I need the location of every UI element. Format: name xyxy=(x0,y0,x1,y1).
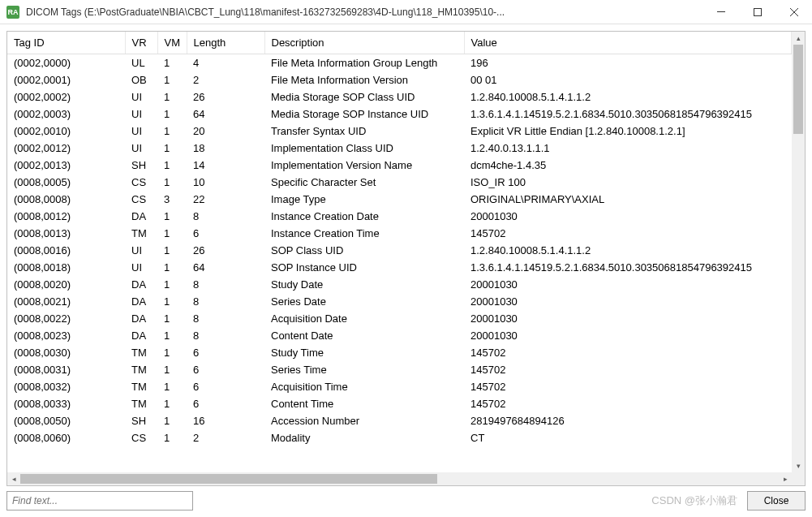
cell-description: Modality xyxy=(264,429,464,446)
cell-value: 20001030 xyxy=(464,293,792,310)
scroll-right-button[interactable]: ▸ xyxy=(779,472,792,485)
cell-description: Study Date xyxy=(264,276,464,293)
table-row[interactable]: (0008,0018)UI164SOP Instance UID1.3.6.1.… xyxy=(7,259,792,276)
cell-vr: CS xyxy=(125,174,157,191)
table-row[interactable]: (0002,0003)UI164Media Storage SOP Instan… xyxy=(7,106,792,123)
close-window-button[interactable] xyxy=(775,0,812,24)
table-row[interactable]: (0008,0032)TM16Acquisition Time145702 xyxy=(7,378,792,395)
table-row[interactable]: (0002,0010)UI120Transfer Syntax UIDExpli… xyxy=(7,123,792,140)
vscroll-thumb[interactable] xyxy=(793,45,803,134)
cell-value: 196 xyxy=(464,54,792,72)
cell-length: 8 xyxy=(187,276,264,293)
cell-vr: UI xyxy=(125,123,157,140)
table-row[interactable]: (0008,0020)DA18Study Date20001030 xyxy=(7,276,792,293)
cell-length: 6 xyxy=(187,361,264,378)
scroll-left-button[interactable]: ◂ xyxy=(7,472,20,485)
table-row[interactable]: (0008,0031)TM16Series Time145702 xyxy=(7,361,792,378)
column-header-length[interactable]: Length xyxy=(187,32,264,54)
table-row[interactable]: (0008,0033)TM16Content Time145702 xyxy=(7,395,792,412)
watermark-text: CSDN @张小瀚君 xyxy=(651,493,737,508)
cell-tagid: (0008,0016) xyxy=(7,242,125,259)
cell-vm: 1 xyxy=(157,412,187,429)
column-header-vm[interactable]: VM xyxy=(157,32,187,54)
cell-description: Content Time xyxy=(264,395,464,412)
cell-tagid: (0008,0008) xyxy=(7,191,125,208)
cell-description: File Meta Information Version xyxy=(264,71,464,88)
horizontal-scrollbar[interactable]: ◂ ▸ xyxy=(7,472,792,485)
table-row[interactable]: (0008,0008)CS322Image TypeORIGINAL\PRIMA… xyxy=(7,191,792,208)
cell-tagid: (0008,0018) xyxy=(7,259,125,276)
cell-description: Media Storage SOP Instance UID xyxy=(264,106,464,123)
cell-tagid: (0008,0033) xyxy=(7,395,125,412)
cell-tagid: (0008,0032) xyxy=(7,378,125,395)
hscroll-track[interactable] xyxy=(20,472,779,485)
scroll-corner xyxy=(792,472,805,485)
table-row[interactable]: (0002,0001)OB12File Meta Information Ver… xyxy=(7,71,792,88)
cell-vm: 1 xyxy=(157,293,187,310)
table-row[interactable]: (0008,0023)DA18Content Date20001030 xyxy=(7,327,792,344)
table-row[interactable]: (0002,0002)UI126Media Storage SOP Class … xyxy=(7,88,792,106)
cell-vm: 1 xyxy=(157,54,187,72)
cell-tagid: (0008,0050) xyxy=(7,412,125,429)
scroll-down-button[interactable]: ▾ xyxy=(792,459,805,472)
table-scroll-area[interactable]: Tag ID VR VM Length Description Value (0… xyxy=(7,32,792,472)
column-header-description[interactable]: Description xyxy=(264,32,464,54)
table-row[interactable]: (0002,0013)SH114Implementation Version N… xyxy=(7,157,792,174)
maximize-button[interactable] xyxy=(739,0,775,24)
cell-description: SOP Instance UID xyxy=(264,259,464,276)
hscroll-thumb[interactable] xyxy=(20,474,437,484)
column-header-vr[interactable]: VR xyxy=(125,32,157,54)
cell-description: Implementation Version Name xyxy=(264,157,464,174)
table-row[interactable]: (0008,0021)DA18Series Date20001030 xyxy=(7,293,792,310)
table-row[interactable]: (0008,0013)TM16Instance Creation Time145… xyxy=(7,225,792,242)
vscroll-track[interactable] xyxy=(792,45,805,459)
find-input[interactable] xyxy=(6,491,193,511)
table-row[interactable]: (0008,0016)UI126SOP Class UID1.2.840.100… xyxy=(7,242,792,259)
table-row[interactable]: (0008,0030)TM16Study Time145702 xyxy=(7,344,792,361)
cell-value: 145702 xyxy=(464,225,792,242)
table-container: Tag ID VR VM Length Description Value (0… xyxy=(6,31,806,486)
cell-description: Series Date xyxy=(264,293,464,310)
column-header-tagid[interactable]: Tag ID xyxy=(7,32,125,54)
cell-value: 20001030 xyxy=(464,327,792,344)
vertical-scrollbar[interactable]: ▴ ▾ xyxy=(792,32,805,472)
cell-vm: 1 xyxy=(157,344,187,361)
cell-length: 10 xyxy=(187,174,264,191)
table-row[interactable]: (0008,0005)CS110Specific Character SetIS… xyxy=(7,174,792,191)
cell-length: 6 xyxy=(187,344,264,361)
content-area: Tag ID VR VM Length Description Value (0… xyxy=(0,24,812,517)
cell-value: 145702 xyxy=(464,395,792,412)
table-header-row: Tag ID VR VM Length Description Value xyxy=(7,32,792,54)
table-row[interactable]: (0008,0060)CS12ModalityCT xyxy=(7,429,792,446)
table-row[interactable]: (0008,0050)SH116Accession Number28194976… xyxy=(7,412,792,429)
cell-description: Media Storage SOP Class UID xyxy=(264,88,464,106)
cell-length: 8 xyxy=(187,327,264,344)
table-row[interactable]: (0008,0022)DA18Acquisition Date20001030 xyxy=(7,310,792,327)
cell-tagid: (0002,0013) xyxy=(7,157,125,174)
window-controls xyxy=(702,0,812,24)
cell-length: 6 xyxy=(187,225,264,242)
cell-tagid: (0002,0001) xyxy=(7,71,125,88)
cell-value: 20001030 xyxy=(464,208,792,225)
table-row[interactable]: (0008,0012)DA18Instance Creation Date200… xyxy=(7,208,792,225)
cell-length: 14 xyxy=(187,157,264,174)
title-bar: RA DICOM Tags (E:\PostGraduate\NBIA\CBCT… xyxy=(0,0,812,24)
cell-value: CT xyxy=(464,429,792,446)
cell-tagid: (0008,0030) xyxy=(7,344,125,361)
cell-description: Transfer Syntax UID xyxy=(264,123,464,140)
minimize-button[interactable] xyxy=(702,0,739,24)
cell-value: ISO_IR 100 xyxy=(464,174,792,191)
cell-vm: 1 xyxy=(157,395,187,412)
cell-vr: CS xyxy=(125,191,157,208)
column-header-value[interactable]: Value xyxy=(464,32,792,54)
scroll-up-button[interactable]: ▴ xyxy=(792,32,805,45)
table-row[interactable]: (0002,0012)UI118Implementation Class UID… xyxy=(7,140,792,157)
cell-vr: SH xyxy=(125,412,157,429)
cell-length: 6 xyxy=(187,395,264,412)
app-icon: RA xyxy=(6,6,19,19)
cell-length: 26 xyxy=(187,242,264,259)
cell-length: 8 xyxy=(187,310,264,327)
cell-value: ORIGINAL\PRIMARY\AXIAL xyxy=(464,191,792,208)
table-row[interactable]: (0002,0000)UL14File Meta Information Gro… xyxy=(7,54,792,72)
close-button[interactable]: Close xyxy=(747,491,806,511)
